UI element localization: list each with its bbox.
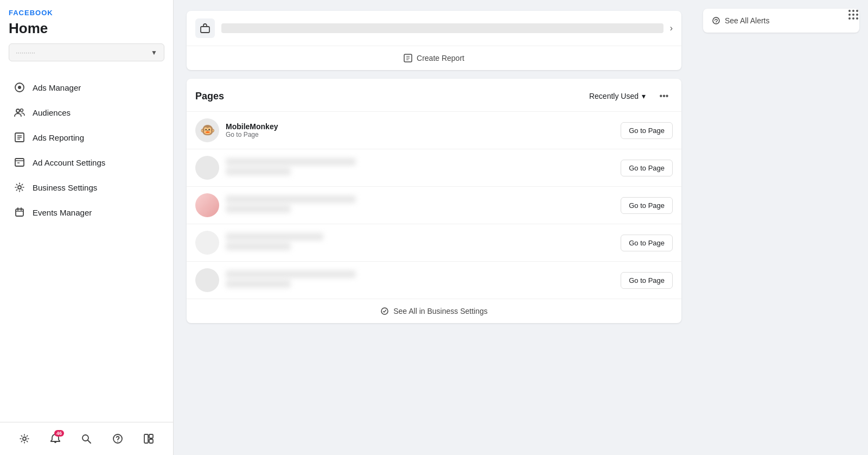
svg-point-4 xyxy=(852,14,854,16)
go-to-page-button-2[interactable]: Go to Page xyxy=(621,160,673,176)
svg-line-27 xyxy=(88,440,91,443)
layout-icon[interactable] xyxy=(139,429,158,448)
page-title: Home xyxy=(9,20,53,37)
ellipsis-icon: ••• xyxy=(660,91,669,101)
go-to-page-button-3[interactable]: Go to Page xyxy=(621,197,673,214)
svg-point-40 xyxy=(716,22,716,23)
sidebar: FACEBOOK Home ·········· ▼ xyxy=(0,0,174,455)
svg-point-10 xyxy=(18,86,21,89)
sidebar-item-label: Business Settings xyxy=(33,183,97,192)
search-icon[interactable] xyxy=(76,429,96,448)
page-name: MobileMonkey xyxy=(226,122,621,131)
svg-point-25 xyxy=(23,437,26,440)
svg-point-11 xyxy=(16,109,20,112)
settings-footer-icon[interactable] xyxy=(15,429,34,448)
events-manager-icon xyxy=(13,206,26,219)
recently-used-button[interactable]: Recently Used ▾ xyxy=(585,90,650,103)
notifications-icon[interactable]: 46 xyxy=(46,429,65,448)
sidebar-item-business-settings[interactable]: Business Settings xyxy=(4,175,169,199)
briefcase-row: › xyxy=(187,11,681,46)
sidebar-item-events-manager[interactable]: Events Manager xyxy=(4,200,169,224)
page-avatar-mobilemonkey: 🐵 xyxy=(195,118,219,142)
briefcase-content-placeholder xyxy=(221,23,663,33)
page-info-mobilemonkey: MobileMonkey Go to Page xyxy=(226,122,621,138)
page-item-mobilemonkey: 🐵 MobileMonkey Go to Page Go to Page xyxy=(187,111,681,149)
sidebar-header: FACEBOOK Home ·········· ▼ xyxy=(0,0,173,70)
page-name-placeholder-3 xyxy=(226,195,356,203)
svg-point-12 xyxy=(21,109,23,112)
go-to-page-button-4[interactable]: Go to Page xyxy=(621,235,673,251)
pages-header: Pages Recently Used ▾ ••• xyxy=(187,79,681,111)
svg-rect-33 xyxy=(201,27,209,33)
page-item-3: Go to Page xyxy=(187,186,681,224)
chevron-right-icon: › xyxy=(670,23,673,33)
sidebar-item-label: Events Manager xyxy=(33,208,92,217)
pages-header-right: Recently Used ▾ ••• xyxy=(585,87,673,105)
sidebar-footer: 46 xyxy=(0,422,173,455)
see-all-label: See All in Business Settings xyxy=(393,307,488,315)
create-report-label: Create Report xyxy=(417,54,464,62)
page-info-2 xyxy=(226,158,621,178)
sidebar-item-ads-reporting[interactable]: Ads Reporting xyxy=(4,125,169,149)
svg-point-29 xyxy=(117,441,118,442)
page-item-5: Go to Page xyxy=(187,261,681,299)
page-sub-placeholder-4 xyxy=(226,243,291,250)
dropdown-value: ·········· xyxy=(16,48,146,56)
page-item-2: Go to Page xyxy=(187,149,681,186)
page-info-4 xyxy=(226,233,621,252)
ads-reporting-icon xyxy=(13,131,26,144)
page-sub-placeholder-5 xyxy=(226,280,291,288)
svg-point-20 xyxy=(18,186,21,189)
top-card: › Create Report xyxy=(187,11,681,70)
page-item-4: Go to Page xyxy=(187,224,681,261)
sidebar-brand: FACEBOOK xyxy=(9,9,53,17)
ad-account-settings-icon xyxy=(13,156,26,169)
svg-rect-17 xyxy=(15,159,24,166)
svg-rect-32 xyxy=(149,439,153,443)
sidebar-item-ad-account-settings[interactable]: Ad Account Settings xyxy=(4,150,169,174)
briefcase-icon xyxy=(195,18,215,38)
dropdown-arrow-icon: ▾ xyxy=(642,92,646,100)
svg-point-0 xyxy=(848,10,851,12)
svg-point-2 xyxy=(856,10,858,12)
right-panel: See All Alerts xyxy=(694,0,868,455)
notification-count: 46 xyxy=(54,430,64,437)
page-avatar-2 xyxy=(195,156,219,180)
audiences-icon xyxy=(13,106,26,119)
pages-card: Pages Recently Used ▾ ••• 🐵 MobileMonkey… xyxy=(187,79,681,323)
svg-rect-30 xyxy=(144,434,148,443)
sidebar-nav: Ads Manager Audiences xyxy=(0,70,173,422)
page-sub-placeholder-3 xyxy=(226,205,291,213)
svg-rect-21 xyxy=(16,209,23,216)
sidebar-item-label: Ads Reporting xyxy=(33,133,84,142)
ads-manager-icon xyxy=(13,81,26,94)
sidebar-item-audiences[interactable]: Audiences xyxy=(4,100,169,124)
page-avatar-4 xyxy=(195,231,219,255)
svg-point-1 xyxy=(852,10,854,12)
sidebar-item-ads-manager[interactable]: Ads Manager xyxy=(4,75,169,99)
more-options-button[interactable]: ••• xyxy=(655,87,673,105)
recently-used-label: Recently Used xyxy=(589,92,639,100)
sidebar-item-label: Ad Account Settings xyxy=(33,158,105,167)
account-dropdown[interactable]: ·········· ▼ xyxy=(9,43,164,61)
page-avatar-3 xyxy=(195,193,219,217)
see-all-button[interactable]: See All in Business Settings xyxy=(187,299,681,323)
see-all-alerts-button[interactable]: See All Alerts xyxy=(712,16,851,25)
page-info-3 xyxy=(226,195,621,215)
chevron-down-icon: ▼ xyxy=(151,49,157,56)
grid-icon[interactable] xyxy=(847,9,859,21)
page-name-placeholder-2 xyxy=(226,158,356,166)
go-to-page-button-1[interactable]: Go to Page xyxy=(621,122,673,139)
svg-point-3 xyxy=(848,14,851,16)
create-report-button[interactable]: Create Report xyxy=(187,46,681,70)
page-avatar-5 xyxy=(195,268,219,292)
svg-point-7 xyxy=(852,17,854,20)
page-name-placeholder-4 xyxy=(226,233,323,241)
sidebar-item-label: Audiences xyxy=(33,108,71,117)
help-icon[interactable] xyxy=(108,429,127,448)
go-to-page-button-5[interactable]: Go to Page xyxy=(621,272,673,289)
svg-point-6 xyxy=(848,17,851,20)
main-content: › Create Report Pages Recently Used ▾ ••… xyxy=(174,0,694,455)
sidebar-item-label: Ads Manager xyxy=(33,83,81,92)
page-sub: Go to Page xyxy=(226,131,621,138)
